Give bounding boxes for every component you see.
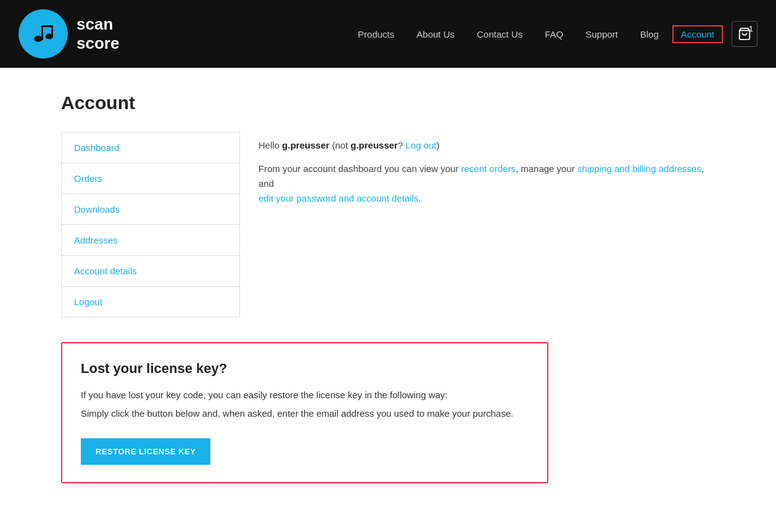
license-box-line2: Simply click the button below and, when … [81, 406, 529, 421]
username-bold: g.preusser [282, 140, 329, 150]
svg-rect-3 [41, 25, 43, 40]
main-nav: Products About Us Contact Us FAQ Support… [349, 21, 757, 47]
account-layout: Dashboard Orders Downloads Addresses Acc… [61, 132, 715, 317]
restore-license-button[interactable]: RESTORE LICENSE KEY [81, 438, 210, 465]
sidebar-link-orders[interactable]: Orders [74, 173, 102, 184]
sidebar-link-logout[interactable]: Logout [74, 297, 102, 307]
logo-icon [19, 9, 68, 59]
page-title: Account [61, 92, 715, 113]
license-box-title: Lost your license key? [81, 361, 529, 377]
svg-rect-5 [51, 25, 53, 38]
sidebar-link-dashboard[interactable]: Dashboard [74, 142, 119, 153]
nav-products[interactable]: Products [349, 25, 403, 43]
license-key-box: Lost your license key? If you have lost … [61, 342, 548, 483]
desc-middle: , manage your [516, 163, 577, 174]
logout-link[interactable]: Log out [405, 140, 436, 150]
license-box-line1: If you have lost your key code, you can … [81, 388, 529, 403]
close-paren: ) [437, 140, 440, 150]
nav-account[interactable]: Account [672, 25, 723, 43]
question-text: ? [398, 140, 406, 150]
sidebar-item-dashboard[interactable]: Dashboard [62, 133, 239, 163]
nav-about-us[interactable]: About Us [408, 25, 463, 43]
nav-blog[interactable]: Blog [632, 25, 667, 43]
period: . [418, 193, 421, 203]
sidebar-link-account-details[interactable]: Account details [74, 266, 137, 276]
cart-count: 1 [749, 24, 753, 33]
nav-contact-us[interactable]: Contact Us [468, 25, 531, 43]
hello-text: Hello [258, 140, 282, 150]
nav-faq[interactable]: FAQ [536, 25, 572, 43]
recent-orders-link[interactable]: recent orders [461, 163, 516, 174]
main-content: Account Dashboard Orders Downloads Addre… [49, 68, 727, 520]
sidebar-item-addresses[interactable]: Addresses [62, 225, 239, 256]
hello-paragraph: Hello g.preusser (not g.preusser? Log ou… [258, 138, 715, 153]
sidebar-item-account-details[interactable]: Account details [62, 256, 239, 287]
sidebar-item-orders[interactable]: Orders [62, 163, 239, 194]
sidebar-item-downloads[interactable]: Downloads [62, 194, 239, 225]
sidebar-item-logout[interactable]: Logout [62, 287, 239, 317]
svg-rect-4 [41, 25, 51, 27]
logo[interactable]: scan score [19, 9, 119, 59]
username2-bold: g.preusser [350, 140, 398, 150]
sidebar-link-downloads[interactable]: Downloads [74, 204, 120, 215]
account-sidebar: Dashboard Orders Downloads Addresses Acc… [61, 132, 240, 317]
edit-password-link[interactable]: edit your password and account details [258, 193, 418, 203]
shipping-link[interactable]: shipping and billing addresses [577, 163, 701, 174]
cart-button[interactable]: 1 [732, 21, 757, 47]
description-paragraph: From your account dashboard you can view… [258, 162, 715, 206]
desc-before: From your account dashboard you can view… [258, 163, 461, 174]
not-text: (not [329, 140, 350, 150]
nav-support[interactable]: Support [577, 25, 627, 43]
dashboard-content: Hello g.preusser (not g.preusser? Log ou… [258, 132, 715, 215]
svg-point-1 [34, 36, 43, 42]
sidebar-link-addresses[interactable]: Addresses [74, 235, 118, 245]
logo-text: scan score [76, 15, 119, 53]
